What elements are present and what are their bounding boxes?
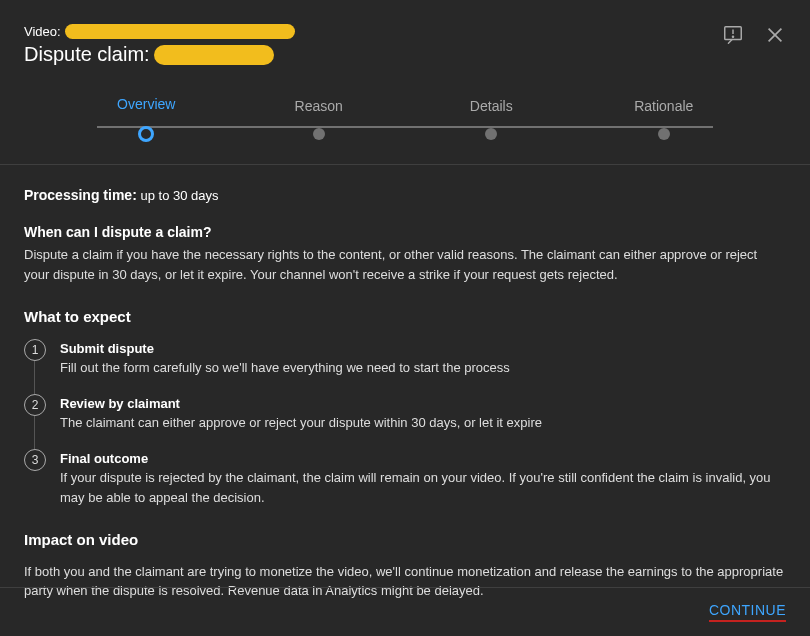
step-dot bbox=[485, 128, 497, 140]
step-overview[interactable]: Overview bbox=[60, 96, 233, 142]
expect-steps: 1 Submit dispute Fill out the form caref… bbox=[24, 339, 786, 508]
step-desc: The claimant can either approve or rejec… bbox=[60, 413, 542, 433]
video-line: Video: bbox=[24, 24, 786, 39]
step-number: 1 bbox=[24, 339, 46, 361]
step-rationale[interactable]: Rationale bbox=[578, 98, 751, 140]
when-heading: When can I dispute a claim? bbox=[24, 222, 786, 243]
step-dot bbox=[138, 126, 154, 142]
expect-step-2: 2 Review by claimant The claimant can ei… bbox=[24, 394, 786, 433]
continue-button[interactable]: CONTINUE bbox=[709, 602, 786, 622]
content-area: Processing time: up to 30 days When can … bbox=[0, 165, 810, 605]
video-label: Video: bbox=[24, 24, 61, 39]
expect-step-1: 1 Submit dispute Fill out the form caref… bbox=[24, 339, 786, 378]
processing-label: Processing time: bbox=[24, 187, 137, 203]
step-label: Rationale bbox=[634, 98, 693, 114]
expect-heading: What to expect bbox=[24, 306, 786, 329]
step-dot bbox=[658, 128, 670, 140]
step-number: 2 bbox=[24, 394, 46, 416]
progress-stepper: Overview Reason Details Rationale bbox=[0, 78, 810, 164]
step-label: Reason bbox=[295, 98, 343, 114]
step-reason[interactable]: Reason bbox=[233, 98, 406, 140]
dialog-footer: CONTINUE bbox=[0, 587, 810, 636]
step-title: Final outcome bbox=[60, 449, 786, 469]
step-title: Review by claimant bbox=[60, 394, 542, 414]
svg-point-2 bbox=[732, 36, 733, 37]
step-dot bbox=[313, 128, 325, 140]
when-body: Dispute a claim if you have the necessar… bbox=[24, 245, 786, 284]
processing-time: Processing time: up to 30 days bbox=[24, 185, 786, 206]
step-desc: If your dispute is rejected by the claim… bbox=[60, 468, 786, 507]
step-desc: Fill out the form carefully so we'll hav… bbox=[60, 358, 510, 378]
impact-heading: Impact on video bbox=[24, 529, 786, 552]
redacted-claim-title bbox=[154, 45, 274, 65]
title-prefix: Dispute claim: bbox=[24, 43, 150, 66]
expect-step-3: 3 Final outcome If your dispute is rejec… bbox=[24, 449, 786, 508]
step-label: Overview bbox=[117, 96, 175, 112]
close-icon[interactable] bbox=[764, 24, 786, 46]
step-label: Details bbox=[470, 98, 513, 114]
processing-value: up to 30 days bbox=[140, 188, 218, 203]
step-details[interactable]: Details bbox=[405, 98, 578, 140]
dialog-title: Dispute claim: bbox=[24, 43, 786, 66]
dispute-dialog: Video: Dispute claim: Overview Reason De bbox=[0, 0, 810, 636]
step-number: 3 bbox=[24, 449, 46, 471]
feedback-icon[interactable] bbox=[722, 24, 744, 46]
redacted-video-title bbox=[65, 24, 295, 39]
dialog-header: Video: Dispute claim: bbox=[0, 0, 810, 78]
step-title: Submit dispute bbox=[60, 339, 510, 359]
